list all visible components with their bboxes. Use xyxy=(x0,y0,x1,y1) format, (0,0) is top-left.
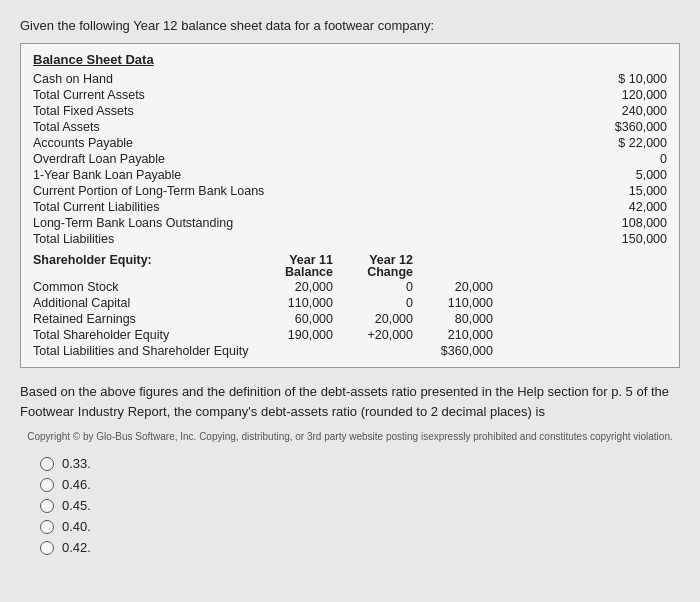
shareholder-data-row: Total Shareholder Equity 190,000 +20,000… xyxy=(33,327,667,343)
radio-button[interactable] xyxy=(40,478,54,492)
sh-total-value: 80,000 xyxy=(413,312,493,326)
table-row: Total Assets$360,000 xyxy=(33,119,667,135)
sh-total-value: $360,000 xyxy=(413,344,493,358)
option-label: 0.46. xyxy=(62,477,91,492)
row-value: $360,000 xyxy=(587,120,667,134)
row-label: Total Current Assets xyxy=(33,88,587,102)
row-label: Total Current Liabilities xyxy=(33,200,587,214)
shareholder-data-row: Common Stock 20,000 0 20,000 xyxy=(33,279,667,295)
option-label: 0.40. xyxy=(62,519,91,534)
row-value: 15,000 xyxy=(587,184,667,198)
sh-yr12-change: 0 xyxy=(333,296,413,310)
table-row: 1-Year Bank Loan Payable5,000 xyxy=(33,167,667,183)
sh-total-value: 110,000 xyxy=(413,296,493,310)
table-row: Total Current Assets120,000 xyxy=(33,87,667,103)
option-label: 0.42. xyxy=(62,540,91,555)
row-value: 42,000 xyxy=(587,200,667,214)
answer-option[interactable]: 0.45. xyxy=(40,498,680,513)
question-text: Based on the above figures and the defin… xyxy=(20,382,680,421)
row-value: 0 xyxy=(587,152,667,166)
sh-yr11-value: 60,000 xyxy=(253,312,333,326)
shareholder-equity-section: Shareholder Equity: Year 11 Year 12 Bala… xyxy=(33,253,667,359)
row-value: $ 10,000 xyxy=(587,72,667,86)
answer-option[interactable]: 0.40. xyxy=(40,519,680,534)
table-row: Total Current Liabilities42,000 xyxy=(33,199,667,215)
shareholder-data-row: Total Liabilities and Shareholder Equity… xyxy=(33,343,667,359)
balance-sheet-table: Balance Sheet Data Cash on Hand$ 10,000T… xyxy=(20,43,680,368)
row-label: Long-Term Bank Loans Outstanding xyxy=(33,216,587,230)
row-value: 150,000 xyxy=(587,232,667,246)
table-row: Long-Term Bank Loans Outstanding108,000 xyxy=(33,215,667,231)
radio-button[interactable] xyxy=(40,499,54,513)
sh-row-label: Retained Earnings xyxy=(33,312,253,326)
sh-yr12-change: +20,000 xyxy=(333,328,413,342)
row-value: 108,000 xyxy=(587,216,667,230)
radio-button[interactable] xyxy=(40,520,54,534)
row-value: $ 22,000 xyxy=(587,136,667,150)
table-row: Accounts Payable$ 22,000 xyxy=(33,135,667,151)
row-label: Overdraft Loan Payable xyxy=(33,152,587,166)
sh-total-value: 20,000 xyxy=(413,280,493,294)
sh-yr11-value: 20,000 xyxy=(253,280,333,294)
table-row: Total Fixed Assets240,000 xyxy=(33,103,667,119)
row-value: 240,000 xyxy=(587,104,667,118)
shareholder-subheader-row: Balance Change xyxy=(33,265,667,279)
row-value: 5,000 xyxy=(587,168,667,182)
answer-option[interactable]: 0.46. xyxy=(40,477,680,492)
row-label: Total Liabilities xyxy=(33,232,587,246)
sh-yr11-value: 110,000 xyxy=(253,296,333,310)
answer-options: 0.33. 0.46. 0.45. 0.40. 0.42. xyxy=(20,456,680,555)
option-label: 0.45. xyxy=(62,498,91,513)
row-label: Total Fixed Assets xyxy=(33,104,587,118)
table-row: Total Liabilities150,000 xyxy=(33,231,667,247)
sh-row-label: Total Liabilities and Shareholder Equity xyxy=(33,344,253,358)
intro-text: Given the following Year 12 balance shee… xyxy=(20,18,680,33)
table-title: Balance Sheet Data xyxy=(33,52,667,67)
sh-yr12-change: 0 xyxy=(333,280,413,294)
row-label: Current Portion of Long-Term Bank Loans xyxy=(33,184,587,198)
copyright-text: Copyright © by Glo-Bus Software, Inc. Co… xyxy=(20,431,680,442)
row-value: 120,000 xyxy=(587,88,667,102)
row-label: Cash on Hand xyxy=(33,72,587,86)
table-row: Cash on Hand$ 10,000 xyxy=(33,71,667,87)
table-row: Current Portion of Long-Term Bank Loans1… xyxy=(33,183,667,199)
yr12-change-subheader: Change xyxy=(333,265,413,279)
sh-row-label: Total Shareholder Equity xyxy=(33,328,253,342)
yr11-balance-subheader: Balance xyxy=(253,265,333,279)
radio-button[interactable] xyxy=(40,541,54,555)
shareholder-data-row: Retained Earnings 60,000 20,000 80,000 xyxy=(33,311,667,327)
row-label: Accounts Payable xyxy=(33,136,587,150)
sh-yr11-value xyxy=(253,344,333,358)
sh-yr12-change: 20,000 xyxy=(333,312,413,326)
answer-option[interactable]: 0.42. xyxy=(40,540,680,555)
table-row: Overdraft Loan Payable0 xyxy=(33,151,667,167)
sh-row-label: Additional Capital xyxy=(33,296,253,310)
row-label: Total Assets xyxy=(33,120,587,134)
answer-option[interactable]: 0.33. xyxy=(40,456,680,471)
sh-yr12-change xyxy=(333,344,413,358)
option-label: 0.33. xyxy=(62,456,91,471)
sh-row-label: Common Stock xyxy=(33,280,253,294)
sh-total-value: 210,000 xyxy=(413,328,493,342)
sh-yr11-value: 190,000 xyxy=(253,328,333,342)
shareholder-data-row: Additional Capital 110,000 0 110,000 xyxy=(33,295,667,311)
radio-button[interactable] xyxy=(40,457,54,471)
row-label: 1-Year Bank Loan Payable xyxy=(33,168,587,182)
